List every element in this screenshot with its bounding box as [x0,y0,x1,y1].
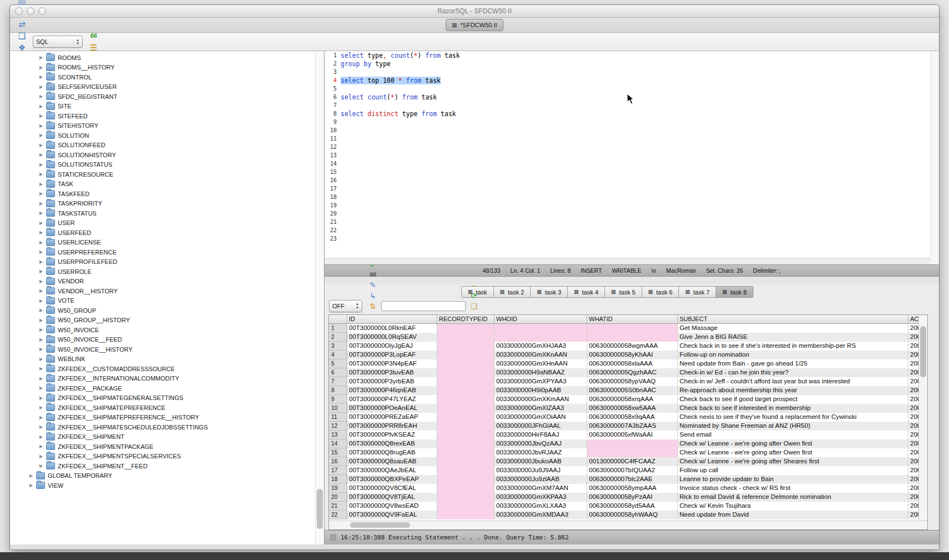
table-cell[interactable]: 00T3000000P3tuvEAB [347,368,437,377]
close-tab-icon[interactable]: ⊠ [611,289,616,295]
table-row[interactable]: 2200T3000000QV9FaEAL0033000000GmXMDAA300… [329,511,927,519]
table-cell[interactable]: 00T3000000P3yrbEAB [347,377,437,386]
table-cell[interactable] [437,404,495,413]
disclosure-triangle-icon[interactable]: ▶ [38,152,44,157]
tree-item-global temporary[interactable]: ▶GLOBAL TEMPORARY [10,471,324,481]
table-cell[interactable]: Check-in w/ Ed - can he join this year? [678,368,908,377]
table-cell[interactable]: 0033000000GmXM7AAN [495,484,587,493]
table-cell[interactable]: Check w/ Leanne - we're going after Owen… [678,448,908,457]
table-cell[interactable]: 006300000058xw5AAA [587,404,678,413]
disclosure-triangle-icon[interactable]: ▶ [38,74,44,79]
editor-vertical-scrollbar[interactable] [930,51,939,264]
table-cell[interactable]: Check-in w/ Jeff - couldn't afford last … [678,377,908,386]
table-cell[interactable]: 00T3000000Q8rexEAB [347,439,437,448]
table-cell[interactable]: 00T3000000QV8CfEAL [347,484,437,493]
table-cell[interactable]: 0033000000JFhGlAAL [495,422,587,431]
table-row[interactable]: 1900T3000000QV8CfEAL0033000000GmXM7AAN00… [329,484,927,493]
table-cell[interactable] [495,324,587,333]
tree-item-zkfedex__shipmentspecialservices[interactable]: ▶ZKFEDEX__SHIPMENTSPECIALSERVICES [10,452,324,462]
disclosure-triangle-icon[interactable]: ▶ [38,201,44,206]
table-cell[interactable]: 00630000007bIQUAA2 [587,466,678,475]
table-cell[interactable] [437,377,495,386]
tree-item-vote[interactable]: ▶VOTE [10,296,324,306]
table-cell[interactable]: Check w/ Leanne - we're going after Owen… [678,439,908,448]
tree-item-sitehistory[interactable]: ▶SITEHISTORY [10,121,324,131]
tree-item-rooms__history[interactable]: ▶ROOMS__HISTORY [10,63,324,73]
disclosure-triangle-icon[interactable]: ▶ [38,337,44,342]
tree-item-sitefeed[interactable]: ▶SITEFEED [10,111,324,121]
result-tab-task-6[interactable]: ⊠task 6 [642,286,680,298]
table-cell[interactable]: 00T3000000POeAnEAL [347,404,437,413]
tree-item-solutionstatus[interactable]: ▶SOLUTIONSTATUS [10,160,324,170]
tree-item-zkfedex__shipmategeneralsettings[interactable]: ▶ZKFEDEX__SHIPMATEGENERALSETTINGS [10,393,324,403]
disclosure-triangle-icon[interactable]: ▶ [38,444,44,449]
table-cell[interactable]: 006300000058wgmAAA [587,342,678,351]
table-row[interactable]: 800T3000000P46qnEAB0033000000H9i0pAAB006… [329,386,927,395]
table-cell[interactable]: 00T3000000P3LopEAF [347,351,437,359]
table-cell[interactable] [587,439,678,448]
table-cell[interactable]: 00T3000000P46qnEAB [347,386,437,395]
table-cell[interactable]: 00630000005QgzhAAC [587,368,678,377]
table-cell[interactable] [437,368,495,377]
disclosure-triangle-icon[interactable]: ▶ [38,424,44,429]
table-cell[interactable] [437,359,495,368]
disclosure-triangle-icon[interactable]: ▶ [38,162,44,167]
table-row[interactable]: 2100T3000000QV8wsEAD0033000000GmXLXAA300… [329,502,927,511]
tree-item-solutionhistory[interactable]: ▶SOLUTIONHISTORY [10,150,324,160]
tree-item-userfeed[interactable]: ▶USERFEED [10,228,324,238]
tree-item-userlicense[interactable]: ▶USERLICENSE [10,238,324,248]
tree-item-taskpriority[interactable]: ▶TASKPRIORITY [10,199,324,209]
table-cell[interactable]: 006300000058xrqAAA [587,395,678,404]
table-cell[interactable] [437,413,495,422]
tree-item-sfdc_registrant[interactable]: ▶SFDC_REGISTRANT [10,92,324,102]
tree-item-zkfedex__customaddresssource[interactable]: ▶ZKFEDEX__CUSTOMADDRESSSOURCE [10,364,324,374]
table-row[interactable]: 700T3000000P3yrbEAB0033000000GmXPYAA3006… [329,377,927,386]
tree-item-zkfedex__shipmatepreference__history[interactable]: ▶ZKFEDEX__SHIPMATEPREFERENCE__HISTORY [10,413,324,423]
tree-scrollbar[interactable] [315,51,324,544]
table-cell[interactable] [437,448,495,457]
table-cell[interactable] [587,448,678,457]
table-row[interactable]: 1800T3000000QBXPeEAP0033000000Ju9zlAAB00… [329,475,927,484]
table-cell[interactable]: 0033000000JbvQzAAJ [495,439,587,448]
tree-item-vendor[interactable]: ▶VENDOR [10,277,324,287]
table-cell[interactable]: 0033000000GmXMDAA3 [495,511,587,519]
table-row[interactable]: 2000T3000000QV8TjEAL0033000000GmXKPAA300… [329,493,927,502]
table-cell[interactable]: Need update from Bain - gave go ahead 1/… [678,359,908,368]
table-cell[interactable]: 0033000000GmXKnAAN [495,351,587,359]
table-cell[interactable]: 006300000058ypVAAQ [587,377,678,386]
disclosure-triangle-icon[interactable]: ▶ [38,396,44,401]
column-header-whatid[interactable]: WHATID [587,315,678,324]
result-tab-task-8[interactable]: ⊠task 8 [716,286,753,298]
table-cell[interactable]: Nominated by Shane Freeman at ANZ (HR50) [678,422,908,431]
table-cell[interactable]: 00T3000000QBXPeEAP [347,475,437,484]
table-cell[interactable]: Follow-up on nomination [678,351,908,359]
disclosure-triangle-icon[interactable]: ▶ [38,405,44,410]
disclosure-triangle-icon[interactable]: ▶ [38,259,44,264]
disclosure-triangle-icon[interactable]: ▶ [38,65,44,70]
table-cell[interactable] [437,475,495,484]
table-row[interactable]: 1400T3000000Q8rexEAB0033000000JbvQzAAJCh… [329,439,927,448]
disclosure-triangle-icon[interactable]: ▶ [38,94,44,99]
table-cell[interactable]: Check back in to see if she's interested… [678,342,908,351]
disclosure-triangle-icon[interactable]: ▶ [38,191,44,196]
table-cell[interactable]: 00T3000000Q8rugEAB [347,448,437,457]
editor-horizontal-scrollbar[interactable] [324,258,931,264]
document-tab[interactable]: ⊠ *SFDCW50 II [446,19,503,31]
table-cell[interactable]: 00630000005xfWaAAI [587,431,678,439]
tree-item-userrole[interactable]: ▶USERROLE [10,267,324,277]
disclosure-triangle-icon[interactable]: ▶ [38,143,44,148]
tree-item-zkfedex__shipmatescheduledjobssettings[interactable]: ▶ZKFEDEX__SHIPMATESCHEDULEDJOBSSETTINGS [10,422,324,432]
disclosure-triangle-icon[interactable]: ▶ [38,415,44,420]
table-row[interactable]: 1100T3000000PREZaEAP0033000000GmXOiAAN00… [329,413,927,422]
disclosure-triangle-icon[interactable]: ▶ [38,454,44,459]
sort-rows-icon[interactable]: ⇅ [368,301,378,311]
split-divider[interactable] [324,277,939,284]
disclosure-triangle-icon[interactable]: ▶ [38,133,44,138]
table-cell[interactable]: 00T3000000P3N4pEAF [347,359,437,368]
disclosure-triangle-icon[interactable]: ▶ [38,221,44,226]
table-cell[interactable] [437,484,495,493]
tree-item-w50_invoice__feed[interactable]: ▶W50_INVOICE__FEED [10,335,324,345]
table-cell[interactable]: 0033000000JbvRJAAZ [495,448,587,457]
disclosure-triangle-icon[interactable]: ▶ [38,318,44,323]
view-text-icon[interactable]: 66 [368,269,378,279]
